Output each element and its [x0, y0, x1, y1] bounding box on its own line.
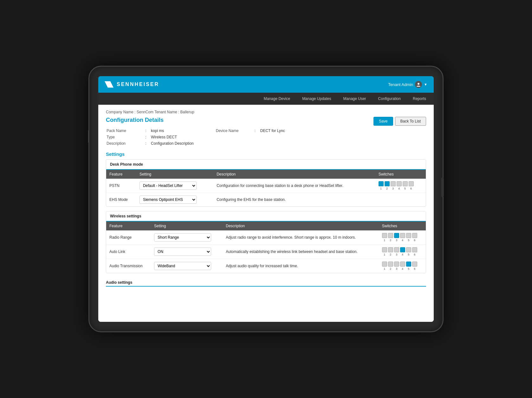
switch-al-1[interactable] — [382, 247, 387, 252]
switch-label-1: 1 — [379, 187, 384, 190]
switch-label-6: 6 — [409, 187, 414, 190]
switch-at-2[interactable] — [388, 262, 393, 267]
desk-phone-section-title: Desk Phone mode — [106, 160, 426, 170]
config-title-area: Configuration Details Pack Name : kopi m… — [106, 117, 288, 147]
table-row: PSTN Default - HeadSet Lifter Option 2 C… — [106, 179, 426, 193]
switch-pstn-6[interactable] — [409, 181, 414, 186]
pstn-select[interactable]: Default - HeadSet Lifter Option 2 — [139, 182, 197, 190]
switch-rr-1[interactable] — [382, 233, 387, 238]
user-icon[interactable] — [415, 81, 422, 88]
switch-label-3: 3 — [394, 267, 399, 270]
switch-at-5[interactable] — [406, 262, 411, 267]
feature-radio-range: Radio Range — [106, 230, 151, 245]
nav-manage-device[interactable]: Manage Device — [263, 94, 291, 103]
tenant-dropdown-arrow[interactable]: ▼ — [424, 83, 427, 86]
switch-label-5: 5 — [406, 239, 411, 242]
switch-label-1: 1 — [382, 253, 387, 256]
tablet-power-button — [88, 130, 89, 143]
nav-reports[interactable]: Reports — [412, 94, 427, 103]
switch-pstn-5[interactable] — [403, 181, 408, 186]
switch-at-3[interactable] — [394, 262, 399, 267]
auto-link-select[interactable]: ON OFF — [154, 248, 211, 256]
setting-auto-link: ON OFF — [151, 245, 223, 259]
switches-ehs — [375, 193, 426, 207]
tablet-home-button — [441, 178, 444, 197]
table-row: Audio Transmission WideBand NarrowBand A… — [106, 259, 426, 273]
switches-auto-link: 1 2 3 4 5 6 — [379, 245, 426, 259]
switch-label-4: 4 — [400, 253, 405, 256]
desc-ehs: Configuring the EHS for the base station… — [213, 193, 375, 207]
switches-pstn: 1 2 3 4 5 6 — [375, 179, 426, 193]
wireless-section: Wireless settings Feature Setting Descri… — [106, 211, 426, 273]
feature-pstn: PSTN — [106, 179, 136, 193]
col-switches-1: Switches — [375, 170, 426, 179]
switch-label-2: 2 — [388, 267, 393, 270]
switch-rr-5[interactable] — [406, 233, 411, 238]
logo-text: SENNHEISER — [117, 82, 159, 87]
switch-al-2[interactable] — [388, 247, 393, 252]
save-button[interactable]: Save — [373, 117, 393, 126]
config-info-table: Pack Name : kopi ms Device Name : DECT f… — [106, 127, 288, 147]
desk-phone-section: Desk Phone mode Feature Setting Descript… — [106, 159, 426, 207]
switch-label-5: 5 — [406, 267, 411, 270]
app-header: SENNHEISER Tenant Admin ▼ Manage Device … — [98, 76, 434, 105]
type-value: Wireless DECT — [151, 134, 196, 140]
switch-al-5[interactable] — [406, 247, 411, 252]
main-content: Company Name : SennCom Tenant Name : Bal… — [98, 105, 434, 322]
table-row: EHS Mode Siemens Optipoint EHS Option 2 … — [106, 193, 426, 207]
switch-label-1: 1 — [382, 267, 387, 270]
switch-rr-6[interactable] — [412, 233, 417, 238]
back-to-list-button[interactable]: Back To List — [395, 117, 426, 126]
pack-name-label: Pack Name — [107, 128, 145, 134]
switch-at-1[interactable] — [382, 262, 387, 267]
logo-area: SENNHEISER — [105, 81, 159, 88]
switch-al-6[interactable] — [412, 247, 417, 252]
switch-label-5: 5 — [403, 187, 408, 190]
svg-marker-0 — [105, 81, 114, 88]
audio-settings-title: Audio settings — [106, 278, 426, 287]
settings-title: Settings — [106, 151, 426, 157]
switch-label-6: 6 — [412, 239, 417, 242]
setting-radio-range: Short Range Long Range Standard — [151, 230, 223, 245]
nav-manage-updates[interactable]: Manage Updates — [301, 94, 332, 103]
svg-point-1 — [418, 83, 419, 85]
setting-ehs: Siemens Optipoint EHS Option 2 — [136, 193, 213, 207]
switch-at-6[interactable] — [412, 262, 417, 267]
nav-manage-user[interactable]: Manage User — [342, 94, 367, 103]
switches-radio-range: 1 2 3 4 5 6 — [379, 230, 426, 245]
radio-range-select[interactable]: Short Range Long Range Standard — [154, 233, 211, 242]
switch-rr-3[interactable] — [394, 233, 399, 238]
switch-at-4[interactable] — [400, 262, 405, 267]
switch-pstn-2[interactable] — [385, 181, 390, 186]
switches-audio-tx: 1 2 3 4 5 6 — [379, 259, 426, 273]
switch-label-4: 4 — [397, 187, 402, 190]
nav-configuration[interactable]: Configuration — [377, 94, 402, 103]
audio-tx-select[interactable]: WideBand NarrowBand — [154, 262, 211, 270]
device-name-label: Device Name — [216, 128, 254, 134]
desc-radio-range: Adjust radio range to avoid interference… — [223, 230, 379, 245]
sennheiser-logo-icon — [105, 81, 114, 88]
tenant-area: Tenant Admin ▼ — [388, 81, 427, 88]
switch-label-2: 2 — [388, 239, 393, 242]
switch-rr-2[interactable] — [388, 233, 393, 238]
switch-rr-4[interactable] — [400, 233, 405, 238]
main-nav: Manage Device Manage Updates Manage User… — [98, 93, 434, 105]
switch-pstn-4[interactable] — [397, 181, 402, 186]
switch-label-6: 6 — [412, 253, 417, 256]
col-switches-2: Switches — [379, 222, 426, 230]
switch-al-3[interactable] — [394, 247, 399, 252]
feature-auto-link: Auto Link — [106, 245, 151, 259]
description-label: Description — [107, 141, 145, 146]
switch-pstn-1[interactable] — [379, 181, 384, 186]
desc-pstn: Configuration for connecting base statio… — [213, 179, 375, 193]
switch-al-4[interactable] — [400, 247, 405, 252]
breadcrumb: Company Name : SennCom Tenant Name : Bal… — [106, 110, 426, 114]
device-name-value: DECT for Lync — [260, 128, 287, 134]
ehs-select[interactable]: Siemens Optipoint EHS Option 2 — [139, 196, 197, 204]
col-setting-1: Setting — [136, 170, 213, 179]
config-header: Configuration Details Pack Name : kopi m… — [106, 117, 426, 147]
action-buttons: Save Back To List — [373, 117, 426, 126]
switch-label-4: 4 — [400, 239, 405, 242]
switch-pstn-3[interactable] — [391, 181, 396, 186]
col-feature-2: Feature — [106, 222, 151, 230]
